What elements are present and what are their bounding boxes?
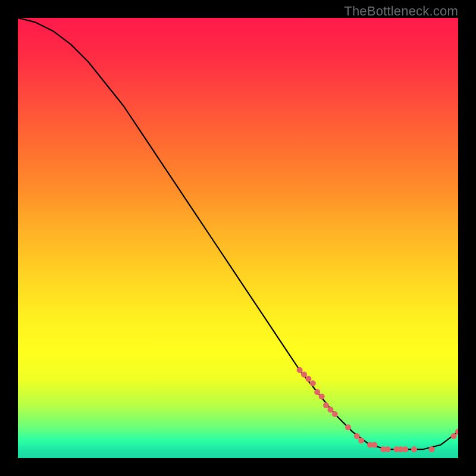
- data-point: [332, 411, 338, 417]
- data-point: [310, 380, 316, 386]
- chart-frame: TheBottleneck.com: [0, 0, 476, 476]
- data-point: [371, 442, 377, 448]
- marker-group: [297, 367, 458, 452]
- data-point: [314, 389, 320, 395]
- data-point: [385, 446, 391, 452]
- chart-svg: [18, 18, 458, 458]
- data-point: [305, 376, 311, 382]
- data-point: [323, 402, 329, 408]
- data-point: [451, 433, 457, 439]
- data-point: [327, 407, 333, 413]
- data-point: [429, 446, 435, 452]
- watermark-text: TheBottleneck.com: [344, 4, 458, 19]
- data-point: [297, 367, 303, 373]
- data-point: [411, 446, 417, 452]
- data-point: [358, 437, 364, 443]
- data-point: [301, 371, 307, 377]
- data-point: [319, 393, 325, 399]
- data-point: [354, 433, 360, 439]
- data-point: [345, 424, 351, 430]
- plot-area: [18, 18, 458, 458]
- curve-path: [18, 18, 458, 449]
- data-point: [402, 446, 408, 452]
